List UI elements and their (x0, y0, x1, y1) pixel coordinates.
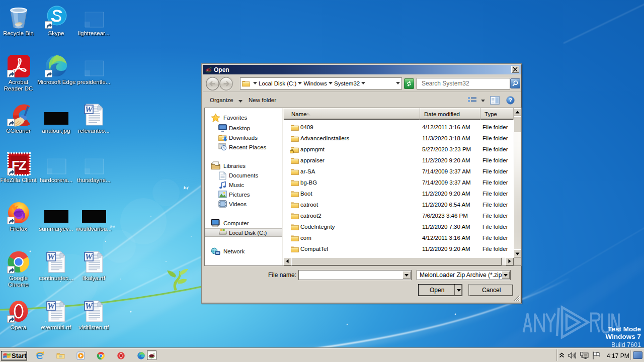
svg-text:?: ? (509, 97, 512, 103)
